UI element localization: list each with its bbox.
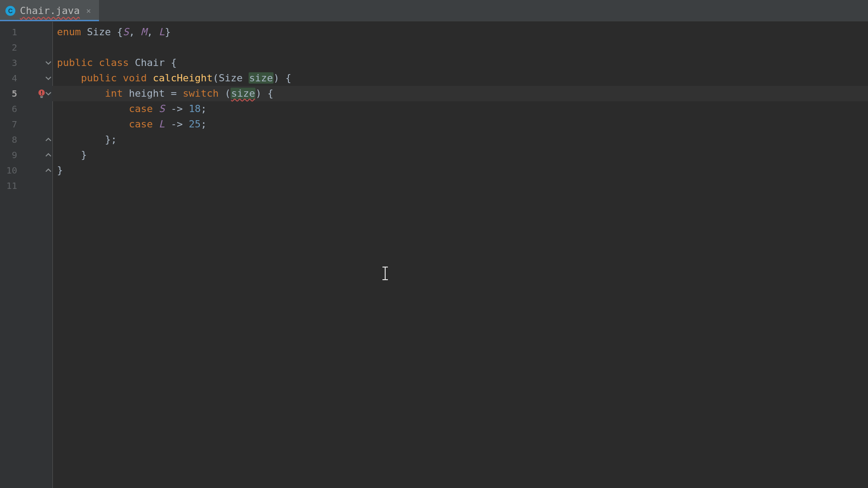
svg-rect-2 <box>41 94 42 95</box>
gutter-row <box>23 24 52 40</box>
text-caret <box>385 267 386 280</box>
code-line[interactable]: } <box>52 163 868 178</box>
code-line[interactable]: enum Size {S, M, L} <box>52 24 868 40</box>
code-line[interactable] <box>52 178 868 193</box>
tab-bar: C Chair.java × <box>0 0 868 22</box>
code-area[interactable]: enum Size {S, M, L}public class Chair { … <box>52 22 868 488</box>
code-line[interactable]: public class Chair { <box>52 55 868 70</box>
line-number: 6 <box>0 101 23 117</box>
code-line[interactable]: }; <box>52 132 868 147</box>
svg-rect-3 <box>40 96 43 97</box>
fold-toggle-icon[interactable] <box>45 136 52 143</box>
line-number: 11 <box>0 178 23 193</box>
gutter-row <box>23 117 52 132</box>
fold-toggle-icon[interactable] <box>45 152 52 158</box>
gutter-row <box>23 132 52 147</box>
line-number: 8 <box>0 132 23 147</box>
marker-gutter <box>23 22 52 488</box>
tab-chair-java[interactable]: C Chair.java × <box>0 0 99 21</box>
tab-filename: Chair.java <box>20 5 80 16</box>
gutter-row <box>23 40 52 55</box>
line-number: 3 <box>0 55 23 70</box>
line-number: 1 <box>0 24 23 40</box>
code-line[interactable]: case L -> 25; <box>52 117 868 132</box>
line-number: 4 <box>0 70 23 86</box>
svg-rect-4 <box>41 97 43 98</box>
close-tab-icon[interactable]: × <box>84 4 93 17</box>
gutter-row <box>23 101 52 117</box>
code-line[interactable]: int height = switch (size) { <box>52 86 868 101</box>
error-intention-bulb-icon[interactable] <box>37 89 46 98</box>
line-number: 9 <box>0 147 23 163</box>
gutter-row <box>23 178 52 193</box>
code-line[interactable] <box>52 40 868 55</box>
code-line[interactable]: case S -> 18; <box>52 101 868 117</box>
fold-toggle-icon[interactable] <box>45 167 52 174</box>
class-file-icon: C <box>5 6 15 16</box>
line-number: 2 <box>0 40 23 55</box>
code-line[interactable]: } <box>52 147 868 163</box>
line-number-gutter: 1234567891011 <box>0 22 23 488</box>
code-editor[interactable]: 1234567891011 enum Size {S, M, L}public … <box>0 22 868 488</box>
line-number: 10 <box>0 163 23 178</box>
code-line[interactable]: public void calcHeight(Size size) { <box>52 70 868 86</box>
gutter-row <box>23 147 52 163</box>
gutter-row <box>23 86 52 101</box>
svg-rect-1 <box>41 91 42 94</box>
fold-toggle-icon[interactable] <box>45 75 52 81</box>
fold-toggle-icon[interactable] <box>45 90 52 97</box>
gutter-row <box>23 55 52 70</box>
gutter-row <box>23 163 52 178</box>
line-number: 7 <box>0 117 23 132</box>
fold-toggle-icon[interactable] <box>45 60 52 66</box>
line-number: 5 <box>0 86 23 101</box>
gutter-row <box>23 70 52 86</box>
